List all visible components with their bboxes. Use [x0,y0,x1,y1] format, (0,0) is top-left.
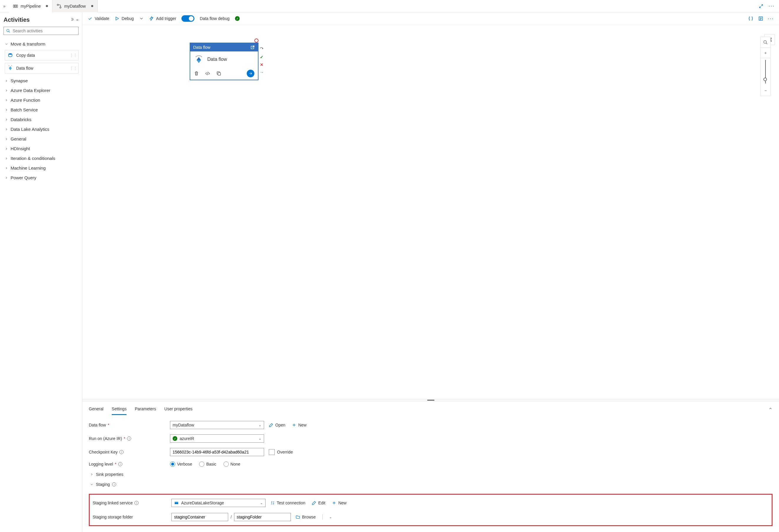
more-icon[interactable]: ··· [768,3,775,9]
toolbar-more-icon[interactable]: ··· [768,15,774,21]
dataflow-icon [56,4,62,9]
browse-dropdown-icon[interactable]: ⌄ [329,515,332,519]
debug-button[interactable]: Debug [115,16,134,21]
group-azure-data-explorer[interactable]: Azure Data Explorer [4,85,78,95]
tab-pipeline-label: myPipeline [20,4,41,8]
node-title: Data flow [207,57,227,62]
group-power-query[interactable]: Power Query [4,173,78,183]
new-linked-button[interactable]: New [332,501,346,505]
checkpoint-input[interactable] [170,448,264,456]
search-icon [6,29,10,33]
svg-rect-9 [218,73,221,75]
clone-icon[interactable] [216,71,222,76]
staging-container-input[interactable] [171,513,228,521]
group-synapse[interactable]: Synapse [4,76,78,85]
validate-button[interactable]: Validate [87,16,109,21]
zoom-slider[interactable] [765,60,766,83]
pencil-icon [312,501,316,505]
chevron-right-icon [5,128,8,131]
code-braces-icon[interactable] [748,15,754,21]
staging-folder-label: Staging storage folder [93,515,133,519]
group-general[interactable]: General [4,134,78,144]
dataflow-debug-toggle[interactable] [181,15,194,22]
activity-copy-data[interactable]: Copy data ⋮⋮ [5,50,78,61]
trigger-icon [149,16,154,21]
props-collapse-icon[interactable] [768,405,773,415]
logging-verbose-radio[interactable] [170,461,175,467]
search-activities-field[interactable] [13,28,76,33]
chevron-right-icon [5,167,8,170]
info-icon[interactable]: i [134,501,138,505]
staging-section[interactable]: Staging i [89,482,773,487]
zoom-search-icon[interactable] [761,37,771,48]
drag-grip-icon: ⋮⋮ [69,53,77,58]
open-button[interactable]: Open [269,423,285,427]
new-dataflow-button[interactable]: New [292,423,306,427]
delete-icon[interactable] [194,71,199,76]
edit-linked-button[interactable]: Edit [312,501,325,505]
panel-collapse-icon[interactable]: « [76,17,78,22]
zoom-out-button[interactable]: − [761,85,771,96]
tab-parameters[interactable]: Parameters [135,405,156,415]
staging-folder-input[interactable] [234,513,291,521]
info-icon[interactable]: i [112,482,116,486]
dataflow-select[interactable]: myDataflow ⌄ [170,421,264,429]
svg-point-3 [57,4,59,6]
chevron-down-icon: ⌄ [260,501,263,505]
tab-general[interactable]: General [89,405,104,415]
search-activities-input[interactable] [4,27,78,35]
add-trigger-button[interactable]: Add trigger [149,16,176,21]
group-databricks[interactable]: Databricks [4,115,78,124]
chevron-down-icon: ⌄ [258,423,261,427]
path-separator: / [231,515,232,519]
group-batch-service[interactable]: Batch Service [4,105,78,115]
drag-grip-icon: ⋮⋮ [69,66,77,71]
logging-basic-radio[interactable] [199,461,204,467]
debug-status-ok-icon: ✓ [235,16,240,21]
node-next-icon[interactable] [247,70,254,77]
required-asterisk-icon: * [115,462,116,466]
panel-chevrons-icon[interactable] [70,17,74,22]
chevron-right-icon [90,473,94,476]
group-hdinsight[interactable]: HDInsight [4,144,78,153]
group-data-lake-analytics[interactable]: Data Lake Analytics [4,124,78,134]
check-icon [87,16,92,21]
properties-icon[interactable] [758,15,764,21]
tab-pipeline[interactable]: myPipeline [9,0,52,12]
staging-linked-select[interactable]: AzureDataLakeStorage ⌄ [171,499,265,507]
debug-dropdown[interactable] [139,16,144,21]
group-iteration-conditionals[interactable]: Iteration & conditionals [4,153,78,163]
info-icon[interactable]: i [118,462,122,466]
override-checkbox[interactable] [269,449,275,455]
tab-settings[interactable]: Settings [112,405,127,415]
tab-user-properties[interactable]: User properties [164,405,193,415]
tab-dataflow[interactable]: myDataflow [52,0,97,12]
group-machine-learning[interactable]: Machine Learning [4,163,78,173]
activity-data-flow[interactable]: Data flow ⋮⋮ [5,63,78,73]
pipeline-canvas[interactable]: Data flow Data flow [82,25,779,399]
tabs-expand-icon[interactable]: » [0,4,9,8]
runon-select[interactable]: ✓azureIR ⌄ [170,435,264,443]
maximize-icon[interactable] [758,3,764,9]
logging-none-radio[interactable] [224,461,229,467]
open-external-icon[interactable] [250,45,255,50]
dataflow-activity-icon [7,65,13,71]
staging-highlight-box: Staging linked service i AzureDataLakeSt… [89,494,773,526]
info-icon[interactable]: i [119,450,123,454]
test-connection-button[interactable]: Test connection [270,501,305,505]
tab-dirty-dot-icon [46,5,48,7]
zoom-in-button[interactable]: + [761,48,771,58]
storage-icon [174,501,179,505]
override-label: Override [277,450,293,454]
dataflow-node-icon [194,55,203,64]
chevron-right-icon [5,157,8,160]
info-icon[interactable]: i [127,437,131,441]
group-move-transform[interactable]: Move & transform [4,39,78,49]
browse-button[interactable]: Browse [296,515,316,519]
group-azure-function[interactable]: Azure Function [4,95,78,105]
dataflow-node[interactable]: Data flow Data flow [190,43,258,80]
code-icon[interactable] [205,71,210,76]
sink-properties-section[interactable]: Sink properties [89,472,773,477]
connection-icon [270,501,275,505]
plus-icon [292,423,296,427]
